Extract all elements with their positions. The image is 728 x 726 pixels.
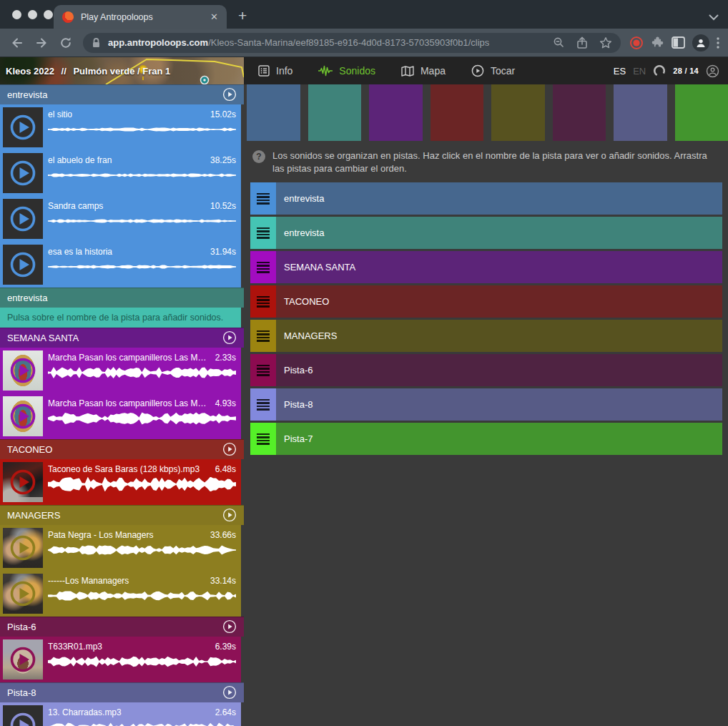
play-clip-icon[interactable] [9,114,36,141]
clip-item[interactable]: ------Los Mananagers33.14s [0,571,241,617]
share-icon[interactable] [576,36,588,49]
breadcrumb-project[interactable]: Kleos 2022 [6,66,54,77]
play-track-icon[interactable] [222,442,237,456]
extensions-puzzle-icon[interactable] [651,36,664,49]
clip-thumbnail[interactable] [3,107,43,147]
track-row-body[interactable]: Pista-8 [276,388,722,421]
clip-thumbnail[interactable] [3,462,43,502]
play-clip-icon[interactable] [9,580,36,607]
nav-tab-mapa[interactable]: Mapa [401,65,446,77]
clip-thumbnail[interactable] [3,199,43,239]
play-clip-icon[interactable] [9,534,36,561]
clip-thumbnail[interactable] [3,705,43,726]
track-row[interactable]: entrevista [250,182,722,215]
reload-button[interactable] [54,31,77,54]
clip-item[interactable]: esa es la historia31.94s [0,242,241,288]
side-panel-icon[interactable] [672,36,685,49]
play-track-button[interactable] [222,508,237,522]
screen-record-extension-icon[interactable] [629,36,644,50]
clip-item[interactable]: Marcha Pasan los campanilleros Las Mejor… [0,393,241,439]
track-header[interactable]: TACONEO [0,439,244,459]
play-clip-icon[interactable] [9,712,36,726]
play-clip-icon[interactable] [9,469,36,496]
track-row[interactable]: Pista-7 [250,423,722,455]
track-row-body[interactable]: entrevista [276,182,722,215]
play-track-button[interactable] [222,87,237,102]
play-track-button[interactable] [222,330,237,345]
track-row-body[interactable]: SEMANA SANTA [276,251,722,283]
play-clip-icon[interactable] [9,205,36,232]
track-row-body[interactable]: MANAGERS [276,320,722,352]
track-drag-handle[interactable] [250,320,276,352]
track-row-body[interactable]: TACONEO [276,285,722,318]
track-row-body[interactable]: Pista-6 [276,354,722,386]
browser-menu-icon[interactable] [717,37,719,49]
clip-thumbnail[interactable] [3,528,43,568]
url-bar[interactable]: app.antropoloops.com/Kleos-Santa-Marina/… [83,33,621,53]
browser-tab[interactable]: Play Antropoloops ✕ [54,5,227,29]
play-track-button[interactable] [222,619,237,634]
clip-item[interactable]: Sandra camps10.52s [0,196,241,242]
track-row[interactable]: entrevista [250,217,722,249]
play-clip-icon[interactable] [9,403,36,430]
track-header[interactable]: MANAGERS [0,505,244,525]
bookmark-star-icon[interactable] [599,36,612,49]
tab-search-chevron-icon[interactable] [709,11,719,24]
nav-tab-tocar[interactable]: Tocar [471,64,515,77]
track-row[interactable]: MANAGERS [250,320,722,352]
play-track-icon[interactable] [222,619,237,634]
clip-thumbnail[interactable] [3,245,43,285]
track-row[interactable]: TACONEO [250,285,722,318]
clip-item[interactable]: Pata Negra - Los Managers33.66s [0,525,241,571]
track-header[interactable]: entrevista [0,288,244,308]
minimize-window-button[interactable] [28,10,37,19]
track-row[interactable]: Pista-8 [250,388,722,421]
clip-item[interactable]: el abuelo de fran38.25s [0,150,241,196]
track-drag-handle[interactable] [250,251,276,283]
clip-thumbnail[interactable] [3,639,43,680]
play-track-icon[interactable] [222,330,237,345]
clip-item[interactable]: Taconeo de Sara Baras (128 kbps).mp36.48… [0,459,241,505]
play-clip-icon[interactable] [9,357,36,384]
browser-profile-avatar[interactable] [692,34,709,51]
clip-item[interactable]: Marcha Pasan los campanilleros Las Mejor… [0,348,241,393]
play-track-icon[interactable] [222,87,237,102]
new-tab-button[interactable]: + [238,9,247,23]
nav-tab-info[interactable]: Info [258,65,292,77]
play-track-button[interactable] [222,685,237,700]
back-button[interactable] [6,31,29,54]
track-drag-handle[interactable] [250,217,276,249]
play-clip-icon[interactable] [9,251,36,278]
track-row[interactable]: SEMANA SANTA [250,251,722,283]
language-en-button[interactable]: EN [633,66,646,77]
play-clip-icon[interactable] [9,646,36,673]
clip-thumbnail[interactable] [3,153,43,193]
clip-thumbnail[interactable] [3,574,43,614]
clip-item[interactable]: el sitio15.02s [0,104,241,150]
track-drag-handle[interactable] [250,423,276,455]
track-header[interactable]: Pista-6 [0,617,244,637]
track-row-body[interactable]: Pista-7 [276,423,722,455]
language-es-button[interactable]: ES [614,66,626,77]
track-drag-handle[interactable] [250,285,276,318]
play-clip-icon[interactable] [9,160,36,187]
clip-item[interactable]: 13. Charradas.mp32.64s [0,702,241,726]
track-header[interactable]: entrevista [0,84,244,104]
track-header[interactable]: SEMANA SANTA [0,328,244,348]
track-row-body[interactable]: entrevista [276,217,722,249]
clip-thumbnail[interactable] [3,396,43,436]
play-track-icon[interactable] [222,508,237,522]
track-drag-handle[interactable] [250,388,276,421]
tab-close-icon[interactable]: ✕ [210,12,218,21]
account-icon[interactable] [706,64,719,78]
play-track-icon[interactable] [222,685,237,700]
forward-button[interactable] [30,31,53,54]
track-header[interactable]: Pista-8 [0,682,244,702]
play-track-button[interactable] [222,442,237,456]
clip-item[interactable]: T633R01.mp36.39s [0,637,241,682]
maximize-window-button[interactable] [44,10,53,19]
track-row[interactable]: Pista-6 [250,354,722,386]
zoom-icon[interactable] [553,36,565,49]
nav-tab-sonidos[interactable]: Sonidos [318,65,375,77]
track-drag-handle[interactable] [250,354,276,386]
